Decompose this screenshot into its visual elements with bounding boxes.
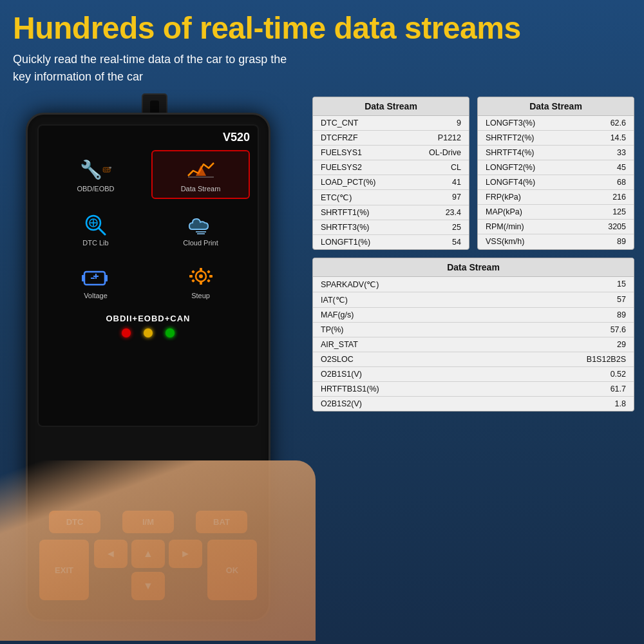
- page-subtitle: Quickly read the real-time data of the c…: [13, 51, 631, 86]
- value: 125: [612, 207, 626, 216]
- led-indicators: [39, 328, 258, 337]
- table-row: AIR_STAT29: [313, 337, 634, 352]
- table-row: SPARKADV(℃)15: [313, 277, 634, 292]
- device-wrapper: V520: [13, 93, 296, 634]
- page-title: Hundreds of real-time data streams: [13, 12, 631, 46]
- svg-point-24: [199, 274, 203, 278]
- value: OL-Drive: [429, 148, 461, 157]
- param: AIR_STAT: [321, 340, 358, 349]
- value: 216: [612, 193, 626, 202]
- table-row: LONGFT2(%)45: [478, 160, 634, 175]
- svg-rect-6: [109, 167, 111, 168]
- table-row: LONGFT4(%)68: [478, 175, 634, 190]
- param: LONGFT2(%): [486, 163, 535, 172]
- value: 41: [452, 178, 461, 187]
- value: 23.4: [446, 208, 461, 217]
- voltage-icon: [80, 263, 112, 289]
- param: O2B1S1(V): [321, 370, 362, 379]
- dtc-icon: [80, 211, 112, 236]
- menu-label-cloudprint: Cloud Print: [183, 239, 218, 247]
- menu-item-datastream[interactable]: Data Stream: [151, 150, 250, 199]
- cloud-icon: [185, 211, 217, 236]
- value: CL: [451, 163, 461, 172]
- svg-rect-30: [207, 270, 211, 274]
- value: 33: [617, 148, 626, 157]
- data-table-top-left: Data Stream DTC_CNT9 DTCFRZFP1212 FUELSY…: [312, 97, 469, 250]
- table-rows-bottom: SPARKADV(℃)15 IAT(℃)57 MAF(g/s)89 TP(%)5…: [313, 277, 634, 411]
- param: LONGFT3(%): [486, 118, 535, 128]
- menu-item-cloudprint[interactable]: Cloud Print: [151, 205, 250, 252]
- value: B1S12B2S: [587, 355, 626, 364]
- tables-top-row: Data Stream DTC_CNT9 DTCFRZFP1212 FUELSY…: [312, 97, 634, 250]
- svg-line-12: [99, 228, 105, 234]
- param: HRTFTB1S1(%): [321, 384, 379, 393]
- table-row: SHRTFT4(%)33: [478, 146, 634, 160]
- svg-rect-32: [207, 279, 211, 283]
- param: FUELSYS2: [321, 163, 362, 172]
- param: LONGFT4(%): [486, 178, 535, 187]
- menu-label-voltage: Voltage: [84, 292, 108, 299]
- table-row: FRP(kPa)216: [478, 190, 634, 205]
- value: 61.7: [611, 384, 626, 393]
- table-row: LONGFT3(%)62.6: [478, 116, 634, 131]
- menu-item-dtclib[interactable]: DTC Lib: [46, 205, 145, 252]
- value: 62.6: [611, 118, 626, 128]
- param: MAP(kPa): [486, 207, 522, 216]
- table-row: SHRTFT2(%)14.5: [478, 131, 634, 146]
- value: 89: [617, 237, 626, 246]
- value: 25: [452, 223, 461, 232]
- value: 68: [617, 178, 626, 187]
- param: SHRTFT3(%): [321, 223, 369, 232]
- table-row: O2B1S1(V)0.52: [313, 367, 634, 382]
- menu-grid: OBD/EOBD Data Stream: [39, 147, 258, 311]
- param: IAT(℃): [321, 295, 348, 305]
- value: 97: [452, 193, 461, 202]
- svg-rect-18: [82, 275, 84, 281]
- table-row: O2SLOCB1S12B2S: [313, 352, 634, 367]
- value: 54: [452, 238, 461, 247]
- table-row: TP(%)57.6: [313, 323, 634, 337]
- table-header-top-left: Data Stream: [313, 97, 469, 116]
- param: SHRTFT4(%): [486, 148, 534, 157]
- table-row: ETC(℃)97: [313, 190, 469, 205]
- table-row: FUELSYS2CL: [313, 160, 469, 175]
- data-table-bottom: Data Stream SPARKADV(℃)15 IAT(℃)57 MAF(g…: [312, 258, 634, 412]
- table-row: VSS(km/h)89: [478, 234, 634, 249]
- value: 45: [617, 163, 626, 172]
- table-row: LONGFT1(%)54: [313, 235, 469, 249]
- value: 14.5: [611, 133, 626, 142]
- param: FUELSYS1: [321, 148, 362, 157]
- obdii-label: OBDII+EOBD+CAN: [39, 314, 258, 323]
- menu-item-obd[interactable]: OBD/EOBD: [46, 150, 145, 199]
- param: MAF(g/s): [321, 310, 354, 319]
- value: 29: [617, 340, 626, 349]
- table-row: SHRTFT1(%)23.4: [313, 205, 469, 220]
- table-rows-top-left: DTC_CNT9 DTCFRZFP1212 FUELSYS1OL-Drive F…: [313, 116, 469, 249]
- menu-item-voltage[interactable]: Voltage: [46, 258, 145, 305]
- table-row: IAT(℃)57: [313, 292, 634, 308]
- menu-label-dtclib: DTC Lib: [82, 239, 108, 247]
- param: VSS(km/h): [486, 237, 524, 246]
- svg-rect-26: [200, 281, 202, 285]
- param: DTCFRZF: [321, 133, 358, 142]
- led-yellow: [144, 328, 153, 337]
- param: LONGFT1(%): [321, 238, 370, 247]
- menu-label-datastream: Data Stream: [181, 185, 221, 193]
- hand-overlay: [0, 460, 316, 641]
- table-header-top-right: Data Stream: [478, 97, 634, 116]
- menu-item-steup[interactable]: Steup: [151, 258, 250, 305]
- svg-rect-27: [189, 275, 193, 278]
- param: SHRTFT1(%): [321, 208, 369, 217]
- table-row: MAP(kPa)125: [478, 205, 634, 220]
- svg-rect-29: [191, 270, 195, 274]
- table-row: RPM(/min)3205: [478, 220, 634, 234]
- svg-rect-19: [105, 275, 108, 281]
- param: O2B1S2(V): [321, 399, 362, 408]
- svg-rect-31: [191, 279, 195, 283]
- svg-marker-8: [196, 166, 206, 176]
- tables-container: Data Stream DTC_CNT9 DTCFRZFP1212 FUELSY…: [312, 97, 634, 412]
- table-row: FUELSYS1OL-Drive: [313, 146, 469, 160]
- table-row: DTC_CNT9: [313, 116, 469, 131]
- param: TP(%): [321, 325, 343, 334]
- menu-label-steup: Steup: [191, 292, 210, 299]
